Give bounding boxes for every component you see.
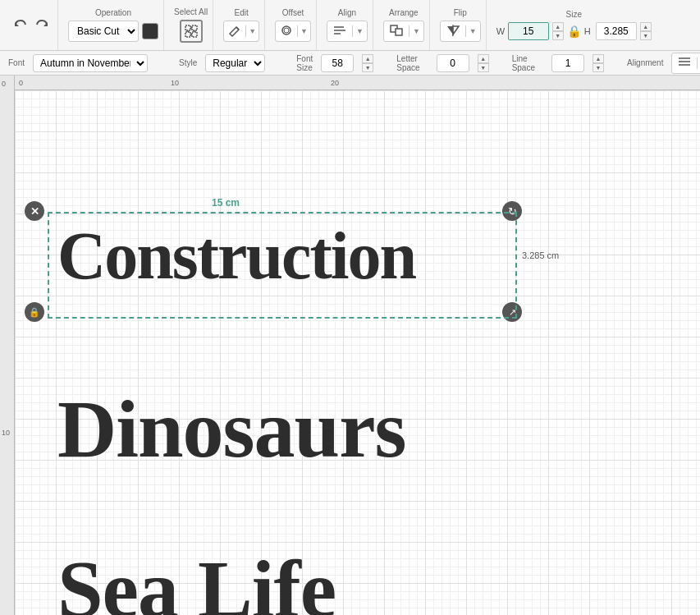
font-size-input[interactable] xyxy=(321,54,354,72)
ruler-h-10: 10 xyxy=(171,79,179,87)
delete-handle[interactable]: ✕ xyxy=(25,201,44,221)
select-all-section: Select All xyxy=(169,0,213,50)
redo-button[interactable] xyxy=(33,16,51,34)
font-size-label: Font Size xyxy=(296,54,313,72)
dimension-horizontal: 15 cm xyxy=(212,197,240,209)
ruler-h-0: 0 xyxy=(19,79,23,87)
height-label: H xyxy=(584,26,592,36)
offset-dropdown-arrow[interactable]: ▼ xyxy=(297,25,310,37)
letter-space-down-button[interactable]: ▼ xyxy=(478,63,489,72)
operation-label: Operation xyxy=(95,8,131,17)
arrange-dropdown-arrow[interactable]: ▼ xyxy=(409,25,423,37)
arrange-icon xyxy=(384,22,409,41)
select-all-button[interactable] xyxy=(180,20,203,43)
offset-button[interactable]: ▼ xyxy=(275,21,311,42)
size-section: Size W ▲ ▼ 🔒 H ▲ ▼ xyxy=(492,0,657,50)
height-spinner: ▲ ▼ xyxy=(640,22,652,40)
width-label: W xyxy=(496,26,505,36)
svg-point-12 xyxy=(284,28,289,33)
lock-handle[interactable]: 🔒 xyxy=(25,302,44,322)
alignment-button[interactable]: ▼ xyxy=(671,53,700,74)
ruler-v-0: 0 xyxy=(2,80,6,88)
operation-controls: Basic Cut xyxy=(68,21,158,42)
operation-dropdown[interactable]: Basic Cut xyxy=(68,21,139,42)
letter-space-label: Letter Space xyxy=(396,54,419,72)
svg-marker-18 xyxy=(447,26,453,34)
font-section: Font xyxy=(8,58,25,67)
color-swatch[interactable] xyxy=(142,23,158,39)
canvas-grid: ✕ ↻ 🔒 ↗ 15 cm 3.285 cm Construction Dino… xyxy=(15,90,700,615)
edit-section: Edit ▼ xyxy=(218,0,265,50)
style-label: Style xyxy=(179,58,197,67)
canvas-text-sealife[interactable]: Sea Life xyxy=(57,542,336,615)
canvas-area[interactable]: 0 10 20 0 10 ✕ ↻ 🔒 ↗ 15 cm 3.285 cm Cons… xyxy=(0,76,700,615)
font-size-down-button[interactable]: ▼ xyxy=(362,63,373,72)
font-label: Font xyxy=(8,58,25,67)
svg-marker-19 xyxy=(453,26,459,34)
letter-space-input[interactable] xyxy=(437,54,469,72)
flip-icon xyxy=(441,22,465,41)
alignment-label: Alignment xyxy=(627,58,663,67)
svg-rect-4 xyxy=(185,32,190,37)
height-up-button[interactable]: ▲ xyxy=(640,22,652,31)
select-all-label: Select All xyxy=(174,7,208,16)
letter-space-spinner: ▲ ▼ xyxy=(478,54,489,72)
flip-section: Flip ▼ xyxy=(435,0,487,50)
ruler-h-20: 20 xyxy=(331,79,339,87)
main-toolbar: Operation Basic Cut Select All Edit xyxy=(0,0,700,51)
align-button[interactable]: ▼ xyxy=(327,21,368,42)
svg-line-10 xyxy=(236,27,239,30)
flip-dropdown-arrow[interactable]: ▼ xyxy=(465,25,480,37)
width-spinner: ▲ ▼ xyxy=(552,22,564,40)
offset-label: Offset xyxy=(282,8,304,17)
flip-button[interactable]: ▼ xyxy=(440,21,481,42)
undo-button[interactable] xyxy=(11,16,30,34)
font-toolbar: Font Autumn in November Style Regular Fo… xyxy=(0,51,700,76)
ruler-vertical: 0 10 xyxy=(0,76,15,615)
svg-rect-5 xyxy=(192,32,197,37)
line-space-down-button[interactable]: ▼ xyxy=(592,63,604,72)
offset-section: Offset ▼ xyxy=(270,0,317,50)
size-label: Size xyxy=(566,10,582,19)
edit-icon xyxy=(224,22,245,41)
height-input[interactable] xyxy=(596,22,637,40)
font-size-spinner: ▲ ▼ xyxy=(362,54,373,72)
height-down-button[interactable]: ▼ xyxy=(640,31,652,40)
offset-icon xyxy=(276,22,297,41)
align-icon xyxy=(327,22,352,41)
canvas-text-dinosaurs[interactable]: Dinosaurs xyxy=(57,382,405,476)
ruler-horizontal: 0 10 20 xyxy=(15,76,700,90)
font-size-up-button[interactable]: ▲ xyxy=(362,54,373,63)
align-label: Align xyxy=(338,8,356,17)
width-up-button[interactable]: ▲ xyxy=(552,22,564,31)
width-input[interactable] xyxy=(508,22,549,40)
svg-rect-17 xyxy=(396,29,402,35)
line-space-input[interactable] xyxy=(551,54,584,72)
operation-section: Operation Basic Cut xyxy=(63,0,164,50)
dimension-vertical: 3.285 cm xyxy=(522,250,559,260)
svg-rect-2 xyxy=(185,25,190,30)
edit-button[interactable]: ▼ xyxy=(223,21,259,42)
svg-rect-3 xyxy=(192,25,197,30)
size-lock-icon[interactable]: 🔒 xyxy=(567,25,581,38)
arrange-button[interactable]: ▼ xyxy=(383,21,424,42)
line-space-label: Line Space xyxy=(512,54,535,72)
style-dropdown[interactable]: Regular xyxy=(205,54,265,72)
font-dropdown[interactable]: Autumn in November xyxy=(33,54,148,72)
flip-label: Flip xyxy=(454,8,467,17)
width-down-button[interactable]: ▼ xyxy=(552,31,564,40)
edit-dropdown-arrow[interactable]: ▼ xyxy=(245,25,258,37)
line-space-up-button[interactable]: ▲ xyxy=(592,54,604,63)
align-section: Align ▼ xyxy=(322,0,373,50)
canvas-text-construction[interactable]: Construction xyxy=(57,218,415,295)
align-dropdown-arrow[interactable]: ▼ xyxy=(352,25,367,37)
alignment-icon xyxy=(672,53,697,72)
undo-redo-section xyxy=(7,0,58,50)
arrange-section: Arrange ▼ xyxy=(378,0,430,50)
arrange-label: Arrange xyxy=(389,8,419,17)
line-space-spinner: ▲ ▼ xyxy=(592,54,604,72)
letter-space-up-button[interactable]: ▲ xyxy=(478,54,489,63)
alignment-dropdown-arrow[interactable]: ▼ xyxy=(697,57,700,69)
edit-label: Edit xyxy=(234,8,248,17)
ruler-v-10: 10 xyxy=(2,429,10,437)
